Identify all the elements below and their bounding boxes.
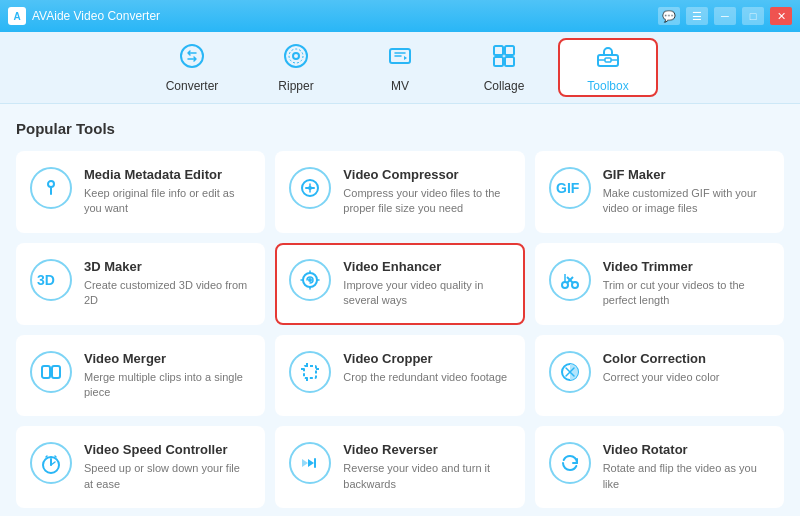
svg-rect-8	[505, 57, 514, 66]
tool-name-video-cropper: Video Cropper	[343, 351, 508, 366]
tab-toolbox-label: Toolbox	[587, 79, 628, 93]
title-bar-left: A AVAide Video Converter	[8, 7, 160, 25]
tool-card-video-cropper[interactable]: Video Cropper Crop the redundant video f…	[275, 335, 524, 417]
tool-card-media-metadata-editor[interactable]: Media Metadata Editor Keep original file…	[16, 151, 265, 233]
tab-converter[interactable]: Converter	[142, 38, 242, 97]
title-bar: A AVAide Video Converter 💬 ☰ ─ □ ✕	[0, 0, 800, 32]
svg-point-20	[308, 278, 312, 282]
tool-desc-video-enhancer: Improve your video quality in several wa…	[343, 278, 508, 309]
tool-name-media-metadata-editor: Media Metadata Editor	[84, 167, 249, 182]
svg-rect-31	[52, 366, 60, 378]
tool-desc-media-metadata-editor: Keep original file info or edit as you w…	[84, 186, 249, 217]
svg-point-2	[293, 53, 299, 59]
close-button[interactable]: ✕	[770, 7, 792, 25]
tool-name-color-correction: Color Correction	[603, 351, 768, 366]
tool-card-video-rotator[interactable]: Video Rotator Rotate and flip the video …	[535, 426, 784, 508]
tool-card-gif-maker[interactable]: GIF GIF Maker Make customized GIF with y…	[535, 151, 784, 233]
minimize-button[interactable]: ─	[714, 7, 736, 25]
tool-desc-3d-maker: Create customized 3D video from 2D	[84, 278, 249, 309]
app-title: AVAide Video Converter	[32, 9, 160, 23]
tool-desc-color-correction: Correct your video color	[603, 370, 768, 385]
tool-desc-video-merger: Merge multiple clips into a single piece	[84, 370, 249, 401]
tool-name-video-reverser: Video Reverser	[343, 442, 508, 457]
tool-card-color-correction[interactable]: Color Correction Correct your video colo…	[535, 335, 784, 417]
gif-maker-icon: GIF	[549, 167, 591, 209]
tool-desc-video-rotator: Rotate and flip the video as you like	[603, 461, 768, 492]
nav-bar: Converter Ripper MV	[0, 32, 800, 104]
svg-point-0	[181, 45, 203, 67]
tab-toolbox[interactable]: Toolbox	[558, 38, 658, 97]
svg-line-43	[55, 456, 56, 457]
tool-name-gif-maker: GIF Maker	[603, 167, 768, 182]
tool-card-video-compressor[interactable]: Video Compressor Compress your video fil…	[275, 151, 524, 233]
tool-name-video-merger: Video Merger	[84, 351, 249, 366]
svg-point-3	[289, 49, 303, 63]
tab-ripper-label: Ripper	[278, 79, 313, 93]
svg-text:3D: 3D	[37, 272, 55, 288]
svg-point-1	[285, 45, 307, 67]
video-trimmer-icon	[549, 259, 591, 301]
svg-rect-11	[605, 58, 611, 62]
tool-name-video-speed-controller: Video Speed Controller	[84, 442, 249, 457]
converter-icon	[179, 43, 205, 75]
video-reverser-icon	[289, 442, 331, 484]
svg-line-42	[46, 456, 47, 457]
media-metadata-editor-icon	[30, 167, 72, 209]
tool-name-3d-maker: 3D Maker	[84, 259, 249, 274]
tool-name-video-rotator: Video Rotator	[603, 442, 768, 457]
tab-converter-label: Converter	[166, 79, 219, 93]
toolbox-icon	[595, 43, 621, 75]
tool-card-video-enhancer[interactable]: Video Enhancer Improve your video qualit…	[275, 243, 524, 325]
video-speed-controller-icon	[30, 442, 72, 484]
tool-desc-gif-maker: Make customized GIF with your video or i…	[603, 186, 768, 217]
tool-name-video-compressor: Video Compressor	[343, 167, 508, 182]
tool-desc-video-trimmer: Trim or cut your videos to the perfect l…	[603, 278, 768, 309]
svg-rect-33	[304, 366, 316, 378]
video-merger-icon	[30, 351, 72, 393]
svg-point-16	[308, 186, 312, 190]
section-title: Popular Tools	[16, 120, 784, 137]
tab-collage[interactable]: Collage	[454, 38, 554, 97]
app-icon: A	[8, 7, 26, 25]
title-bar-controls: 💬 ☰ ─ □ ✕	[658, 7, 792, 25]
tool-desc-video-speed-controller: Speed up or slow down your file at ease	[84, 461, 249, 492]
svg-rect-7	[494, 57, 503, 66]
3d-maker-icon: 3D	[30, 259, 72, 301]
tool-card-video-trimmer[interactable]: Video Trimmer Trim or cut your videos to…	[535, 243, 784, 325]
svg-point-12	[48, 181, 54, 187]
chat-button[interactable]: 💬	[658, 7, 680, 25]
svg-rect-6	[505, 46, 514, 55]
tool-card-video-merger[interactable]: Video Merger Merge multiple clips into a…	[16, 335, 265, 417]
tool-desc-video-cropper: Crop the redundant video footage	[343, 370, 508, 385]
video-enhancer-icon	[289, 259, 331, 301]
menu-button[interactable]: ☰	[686, 7, 708, 25]
svg-rect-30	[42, 366, 50, 378]
tab-mv-label: MV	[391, 79, 409, 93]
tool-card-video-reverser[interactable]: Video Reverser Reverse your video and tu…	[275, 426, 524, 508]
tool-name-video-enhancer: Video Enhancer	[343, 259, 508, 274]
video-compressor-icon	[289, 167, 331, 209]
tab-mv[interactable]: MV	[350, 38, 450, 97]
main-content: Popular Tools Media Metadata Editor Keep…	[0, 104, 800, 516]
ripper-icon	[283, 43, 309, 75]
tab-collage-label: Collage	[484, 79, 525, 93]
tool-name-video-trimmer: Video Trimmer	[603, 259, 768, 274]
tool-desc-video-reverser: Reverse your video and turn it backwards	[343, 461, 508, 492]
maximize-button[interactable]: □	[742, 7, 764, 25]
tool-card-video-speed-controller[interactable]: Video Speed Controller Speed up or slow …	[16, 426, 265, 508]
svg-rect-5	[494, 46, 503, 55]
svg-text:GIF: GIF	[556, 180, 580, 196]
tab-ripper[interactable]: Ripper	[246, 38, 346, 97]
video-rotator-icon	[549, 442, 591, 484]
tool-desc-video-compressor: Compress your video files to the proper …	[343, 186, 508, 217]
color-correction-icon	[549, 351, 591, 393]
tools-grid: Media Metadata Editor Keep original file…	[16, 151, 784, 508]
video-cropper-icon	[289, 351, 331, 393]
collage-icon	[491, 43, 517, 75]
tool-card-3d-maker[interactable]: 3D 3D Maker Create customized 3D video f…	[16, 243, 265, 325]
mv-icon	[387, 43, 413, 75]
